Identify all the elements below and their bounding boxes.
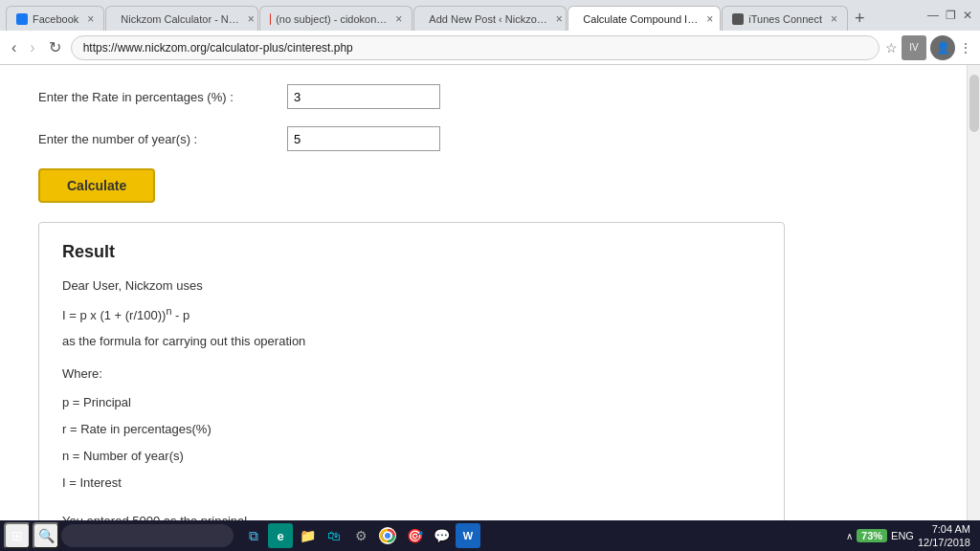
result-title: Result xyxy=(62,242,761,262)
store-icon[interactable]: 🛍 xyxy=(322,523,346,548)
tab-label-gmail: (no subject) - cidokon… xyxy=(276,13,387,25)
scrollbar-thumb[interactable] xyxy=(969,75,979,132)
favicon-facebook xyxy=(16,13,28,25)
new-tab-button[interactable]: + xyxy=(849,6,871,31)
calculate-button[interactable]: Calculate xyxy=(38,168,155,203)
word-icon[interactable]: W xyxy=(456,523,480,548)
taskbar-right: ∧ 73% ENG 7:04 AM 12/17/2018 xyxy=(846,522,976,550)
page-content: Enter the Rate in percentages (%) : Ente… xyxy=(0,65,967,520)
tab-close-addnew[interactable]: × xyxy=(556,12,563,26)
start-button[interactable]: ⊞ xyxy=(4,522,31,549)
window-controls: — ❐ ✕ xyxy=(926,9,974,22)
forward-button[interactable]: › xyxy=(26,37,38,58)
tab-gmail[interactable]: (no subject) - cidokon… × xyxy=(259,6,412,31)
years-label: Enter the number of year(s) : xyxy=(38,132,287,146)
extensions-area: IV xyxy=(902,35,926,60)
result-where: Where: xyxy=(62,364,761,385)
back-button[interactable]: ‹ xyxy=(8,37,20,58)
var-i: I = Interest xyxy=(62,473,761,494)
formula-minus-p: - p xyxy=(171,308,189,322)
title-bar: Facebook × Nickzom Calculator - N… × (no… xyxy=(0,0,980,31)
taskbar-apps: ⧉ e 📁 🛍 ⚙ 🎯 xyxy=(235,523,844,548)
result-formula: I = p x (1 + (r/100))n - p xyxy=(62,302,761,326)
result-intro: Dear User, Nickzom uses xyxy=(62,276,761,297)
taskbar-lang: ENG xyxy=(891,530,914,541)
years-input[interactable] xyxy=(287,126,440,151)
minimize-button[interactable]: — xyxy=(926,9,940,22)
formula-base: I = p x (1 + (r/100)) xyxy=(62,308,166,322)
tab-label-compound: Calculate Compound I… xyxy=(583,13,698,25)
target-icon[interactable]: 🎯 xyxy=(402,523,427,548)
tab-label-facebook: Facebook xyxy=(33,13,78,25)
time-block: 7:04 AM 12/17/2018 xyxy=(918,522,970,550)
tab-close-nickzom[interactable]: × xyxy=(248,12,255,26)
close-window-button[interactable]: ✕ xyxy=(961,9,974,22)
var-n: n = Number of year(s) xyxy=(62,446,761,467)
tab-close-compound[interactable]: × xyxy=(706,12,713,26)
page-area: Enter the Rate in percentages (%) : Ente… xyxy=(0,65,980,520)
battery-badge: 73% xyxy=(857,529,887,542)
tab-addnew[interactable]: Add New Post ‹ Nickzo… × xyxy=(413,6,567,31)
restore-button[interactable]: ❐ xyxy=(944,9,957,22)
tab-compound[interactable]: Calculate Compound I… × xyxy=(568,6,721,31)
taskbar-expand-icon[interactable]: ∧ xyxy=(846,531,853,541)
profile-avatar[interactable]: 👤 xyxy=(930,35,955,60)
menu-icon[interactable]: ⋮ xyxy=(959,40,972,55)
svg-point-2 xyxy=(385,533,390,539)
tab-label-nickzom: Nickzom Calculator - N… xyxy=(121,13,238,25)
chat-icon[interactable]: 💬 xyxy=(429,523,454,548)
taskbar-time: 7:04 AM xyxy=(918,522,970,536)
result-principal: You entered 5000 as the principal. xyxy=(62,511,761,520)
chrome-icon[interactable] xyxy=(375,523,400,548)
result-text: Dear User, Nickzom uses I = p x (1 + (r/… xyxy=(62,276,761,520)
favicon-gmail xyxy=(270,13,271,25)
bookmark-icon[interactable]: ☆ xyxy=(885,40,898,55)
tab-facebook[interactable]: Facebook × xyxy=(6,6,104,31)
edge-icon[interactable]: e xyxy=(268,523,293,548)
rate-row: Enter the Rate in percentages (%) : xyxy=(38,84,928,109)
rate-input[interactable] xyxy=(287,84,440,109)
scrollbar[interactable] xyxy=(967,65,980,520)
taskbar: ⊞ 🔍 ⧉ e 📁 🛍 ⚙ xyxy=(0,520,980,551)
tab-itunes[interactable]: iTunes Connect × xyxy=(722,6,848,31)
taskbar-search[interactable] xyxy=(61,524,234,547)
tab-close-gmail[interactable]: × xyxy=(395,12,402,26)
settings-icon[interactable]: ⚙ xyxy=(348,523,373,548)
taskbar-date: 12/17/2018 xyxy=(918,536,970,549)
refresh-button[interactable]: ↻ xyxy=(45,36,65,58)
tab-label-itunes: iTunes Connect xyxy=(748,13,822,25)
tab-close-itunes[interactable]: × xyxy=(831,12,837,26)
search-button[interactable]: 🔍 xyxy=(33,522,59,549)
result-box: Result Dear User, Nickzom uses I = p x (… xyxy=(38,222,785,520)
rate-label: Enter the Rate in percentages (%) : xyxy=(38,90,287,104)
var-p: p = Principal xyxy=(62,392,761,413)
file-explorer-icon[interactable]: 📁 xyxy=(295,523,320,548)
url-input[interactable] xyxy=(71,35,880,60)
address-bar: ‹ › ↻ ☆ IV 👤 ⋮ xyxy=(0,31,980,65)
favicon-itunes xyxy=(732,13,744,25)
tab-nickzom[interactable]: Nickzom Calculator - N… × xyxy=(105,6,258,31)
tab-strip: Facebook × Nickzom Calculator - N… × (no… xyxy=(6,0,915,31)
tab-close-facebook[interactable]: × xyxy=(87,12,94,26)
result-formula-suffix: as the formula for carrying out this ope… xyxy=(62,331,761,352)
taskview-icon[interactable]: ⧉ xyxy=(241,523,266,548)
tab-label-addnew: Add New Post ‹ Nickzo… xyxy=(429,13,546,25)
years-row: Enter the number of year(s) : xyxy=(38,126,928,151)
var-r: r = Rate in percentages(%) xyxy=(62,419,761,440)
address-bar-icons: ☆ IV 👤 ⋮ xyxy=(885,35,972,60)
